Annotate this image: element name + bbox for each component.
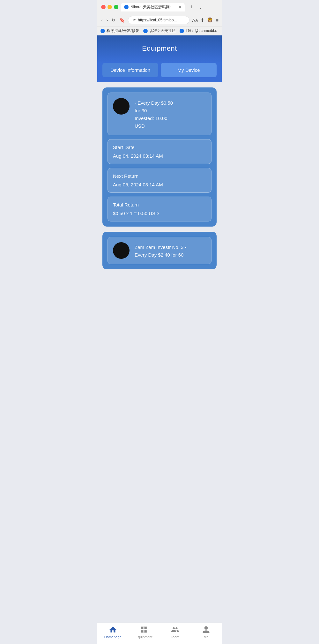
device-desc-line2: for 30 xyxy=(135,107,173,115)
device-desc-line1: - Every Day $0.50 xyxy=(135,99,173,107)
bookmark-item-3[interactable]: TG：@tianmeibbs xyxy=(180,28,217,34)
tab-my-device[interactable]: My Device xyxy=(161,63,217,77)
device-desc2-line1: Zam Zam Investr No. 3 - xyxy=(135,243,187,251)
main-content: - Every Day $0.50 for 30 Invested: 10.00… xyxy=(97,82,222,274)
device-desc2-line2: Every Day $2.40 for 60 xyxy=(135,251,187,259)
browser-tab[interactable]: Nikora-天美社区源码网timibb ✕ xyxy=(121,3,185,11)
page-title: Equipment xyxy=(102,44,217,53)
forward-button[interactable]: › xyxy=(106,17,109,23)
menu-icon[interactable]: ≡ xyxy=(216,18,219,23)
next-return-value: Aug 05, 2024 03:14 AM xyxy=(113,182,206,187)
close-button[interactable] xyxy=(101,5,106,9)
bookmark-favicon-3 xyxy=(180,29,184,33)
share-icon[interactable]: ⬆ xyxy=(200,17,204,23)
bookmarks-bar: 程序搭建/开发/修复 认准->天美社区 TG：@tianmeibbs xyxy=(97,26,222,35)
traffic-lights xyxy=(101,5,118,9)
address-bar[interactable]: ⟳ https://licai105.timibb... xyxy=(128,16,189,24)
start-date-box: Start Date Aug 04, 2024 03:14 AM xyxy=(108,139,211,164)
toolbar-icons: Aa ⬆ 🦁 ≡ xyxy=(192,17,219,23)
bookmark-favicon-2 xyxy=(143,29,148,33)
address-text: https://licai105.timibb... xyxy=(138,18,185,22)
device-description-2: Zam Zam Investr No. 3 - Every Day $2.40 … xyxy=(135,243,187,259)
tab-favicon-icon xyxy=(124,5,129,9)
device-desc-line3: Invested: 10.00 xyxy=(135,115,173,122)
tab-more-button[interactable]: ⌄ xyxy=(199,5,202,10)
tab-title: Nikora-天美社区源码网timibb xyxy=(130,4,177,10)
total-return-label: Total Return xyxy=(113,202,206,207)
bookmark-label-3: TG：@tianmeibbs xyxy=(186,28,217,34)
start-date-value: Aug 04, 2024 03:14 AM xyxy=(113,153,206,159)
bookmark-item-2[interactable]: 认准->天美社区 xyxy=(143,28,176,34)
device-header-box-2: Zam Zam Investr No. 3 - Every Day $2.40 … xyxy=(108,237,211,264)
browser-titlebar: Nikora-天美社区源码网timibb ✕ + ⌄ xyxy=(97,0,222,14)
total-return-box: Total Return $0.50 x 1 = 0.50 USD xyxy=(108,197,211,221)
device-top-row-2: Zam Zam Investr No. 3 - Every Day $2.40 … xyxy=(113,242,206,259)
device-top-row-1: - Every Day $0.50 for 30 Invested: 10.00… xyxy=(113,98,206,130)
device-circle-icon-1 xyxy=(113,98,130,115)
bookmark-item-1[interactable]: 程序搭建/开发/修复 xyxy=(100,28,139,34)
device-desc-line4: USD xyxy=(135,122,173,130)
equipment-header: Equipment xyxy=(97,35,222,63)
tab-close-icon[interactable]: ✕ xyxy=(179,5,182,9)
page-content: Equipment Device Information My Device -… xyxy=(97,35,222,546)
device-card-2: Zam Zam Investr No. 3 - Every Day $2.40 … xyxy=(102,232,217,269)
back-button[interactable]: ‹ xyxy=(100,17,103,23)
device-circle-icon-2 xyxy=(113,242,130,259)
device-header-box-1: - Every Day $0.50 for 30 Invested: 10.00… xyxy=(108,93,211,135)
reload-button[interactable]: ↻ xyxy=(111,17,116,23)
device-description-1: - Every Day $0.50 for 30 Invested: 10.00… xyxy=(135,99,173,130)
browser-toolbar: ‹ › ↻ 🔖 ⟳ https://licai105.timibb... Aa … xyxy=(97,14,222,26)
device-card-1: - Every Day $0.50 for 30 Invested: 10.00… xyxy=(102,87,217,227)
maximize-button[interactable] xyxy=(114,5,118,9)
brave-icon[interactable]: 🦁 xyxy=(207,17,213,23)
next-return-box: Next Return Aug 05, 2024 03:14 AM xyxy=(108,168,211,193)
start-date-label: Start Date xyxy=(113,145,206,150)
browser-chrome: Nikora-天美社区源码网timibb ✕ + ⌄ ‹ › ↻ 🔖 ⟳ htt… xyxy=(97,0,222,35)
tab-device-information[interactable]: Device Information xyxy=(102,63,158,77)
total-return-value: $0.50 x 1 = 0.50 USD xyxy=(113,211,206,216)
minimize-button[interactable] xyxy=(108,5,112,9)
bookmark-label-2: 认准->天美社区 xyxy=(149,28,176,34)
bookmark-button[interactable]: 🔖 xyxy=(119,17,125,23)
translate-icon[interactable]: Aa xyxy=(192,18,198,23)
bookmark-favicon-1 xyxy=(100,29,105,33)
bookmark-label-1: 程序搭建/开发/修复 xyxy=(107,28,139,34)
tab-buttons: Device Information My Device xyxy=(97,63,222,82)
next-return-label: Next Return xyxy=(113,173,206,179)
new-tab-button[interactable]: + xyxy=(187,3,196,11)
